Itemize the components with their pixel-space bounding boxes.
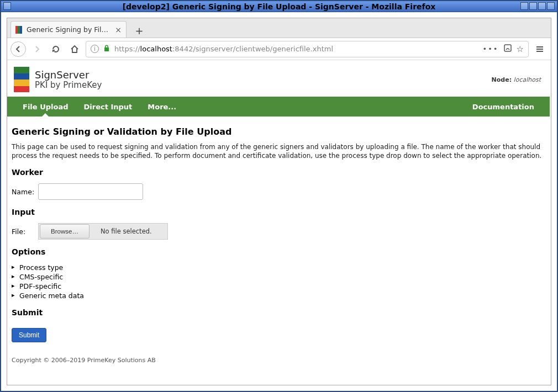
- option-process-type[interactable]: Process type: [12, 263, 545, 272]
- logo-title: SignServer: [35, 70, 102, 81]
- nav-more[interactable]: More...: [140, 97, 184, 116]
- window-titlebar[interactable]: [develop2] Generic Signing by File Uploa…: [1, 1, 557, 12]
- footer-copyright: Copyright © 2006–2019 PrimeKey Solutions…: [12, 357, 545, 364]
- url-text: https://localhost:8442/signserver/client…: [114, 45, 478, 53]
- app-header: SignServer PKI by PrimeKey Node: localho…: [7, 62, 550, 97]
- forward-button: [29, 41, 45, 57]
- browser-toolbar: i https://localhost:8442/signserver/clie…: [7, 38, 551, 60]
- tab-strip: Generic Signing by File U… × +: [7, 18, 551, 38]
- lock-icon: [103, 45, 110, 54]
- node-info: Node: localhost: [492, 76, 541, 83]
- file-label: File:: [12, 227, 35, 236]
- logo-subtitle: PKI by PrimeKey: [35, 81, 102, 90]
- logo-icon: [14, 67, 29, 92]
- tab-close-icon[interactable]: ×: [115, 25, 122, 34]
- section-input-heading: Input: [12, 208, 545, 216]
- file-input-wrap: Browse… No file selected.: [38, 223, 168, 240]
- page-viewport: SignServer PKI by PrimeKey Node: localho…: [7, 62, 550, 384]
- wm-maximize-button[interactable]: [529, 2, 537, 10]
- url-bar[interactable]: i https://localhost:8442/signserver/clie…: [86, 41, 529, 57]
- nav-direct-input[interactable]: Direct Input: [76, 97, 140, 116]
- section-worker-heading: Worker: [12, 168, 545, 177]
- window-title: [develop2] Generic Signing by File Uploa…: [123, 2, 436, 11]
- nav-documentation[interactable]: Documentation: [465, 97, 542, 116]
- file-status: No file selected.: [91, 227, 167, 235]
- main-nav: File Upload Direct Input More... Documen…: [7, 97, 550, 116]
- bookmark-star-icon[interactable]: ☆: [517, 44, 524, 54]
- browse-button[interactable]: Browse…: [40, 224, 90, 239]
- page-title: Generic Signing or Validation by File Up…: [12, 126, 545, 137]
- section-submit-heading: Submit: [12, 308, 545, 317]
- app-menu-button[interactable]: [532, 41, 548, 57]
- option-pdf-specific[interactable]: PDF-specific: [12, 282, 545, 291]
- reload-button[interactable]: [48, 41, 64, 57]
- section-options-heading: Options: [12, 247, 545, 256]
- option-generic-meta-data[interactable]: Generic meta data: [12, 291, 545, 300]
- nav-file-upload[interactable]: File Upload: [15, 97, 76, 116]
- new-tab-button[interactable]: +: [131, 23, 148, 38]
- home-button[interactable]: [67, 41, 82, 57]
- tab-title: Generic Signing by File U…: [27, 25, 112, 34]
- wm-restore-button[interactable]: [538, 2, 546, 10]
- option-cms-specific[interactable]: CMS-specific: [12, 272, 545, 282]
- wm-menu-button[interactable]: [3, 2, 11, 10]
- reader-shield-icon[interactable]: [503, 44, 512, 54]
- window-frame: [develop2] Generic Signing by File Uploa…: [0, 0, 558, 392]
- worker-name-label: Name:: [12, 188, 35, 196]
- site-info-icon[interactable]: i: [91, 45, 99, 53]
- options-list: Process type CMS-specific PDF-specific G…: [12, 263, 545, 300]
- back-button[interactable]: [10, 41, 26, 57]
- wm-close-button[interactable]: [547, 2, 555, 10]
- wm-minimize-button[interactable]: [520, 2, 528, 10]
- favicon-icon: [15, 26, 23, 34]
- main-content: Generic Signing or Validation by File Up…: [7, 116, 550, 375]
- tab-active[interactable]: Generic Signing by File U… ×: [10, 21, 127, 38]
- submit-button[interactable]: Submit: [12, 328, 46, 342]
- page-intro: This page can be used to request signing…: [12, 142, 545, 160]
- worker-name-input[interactable]: [38, 183, 143, 200]
- browser-window: Generic Signing by File U… × + i: [7, 18, 551, 385]
- page-actions-icon[interactable]: •••: [483, 45, 499, 53]
